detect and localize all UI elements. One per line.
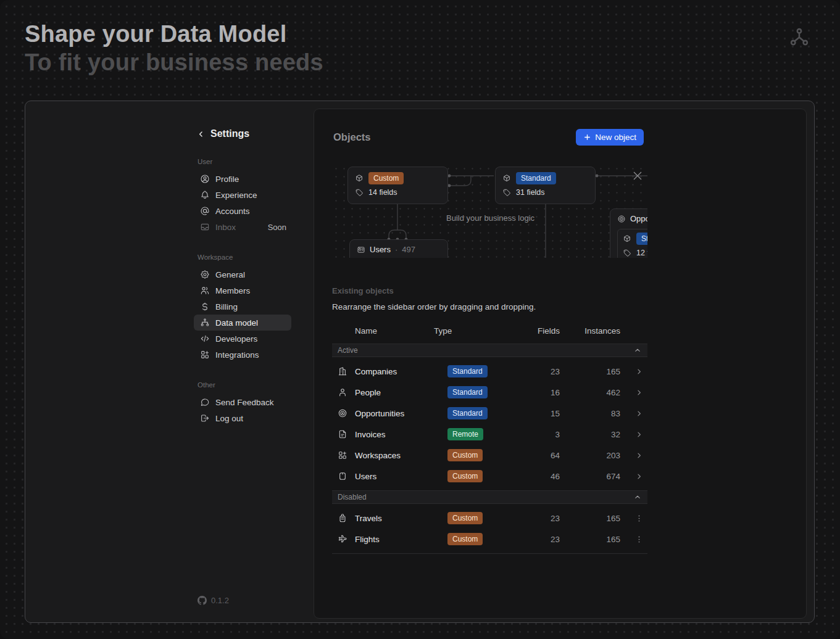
- chevron-right-icon[interactable]: [620, 451, 647, 460]
- table-row-travels[interactable]: Travels Custom 23 165: [332, 508, 647, 529]
- diagram-node-custom[interactable]: Custom 14 fields: [347, 167, 448, 204]
- instances-count: 32: [560, 430, 620, 439]
- sidebar-item-label: Integrations: [215, 350, 259, 360]
- page-subtitle: To fit your business needs: [25, 48, 323, 76]
- chevron-right-icon[interactable]: [620, 409, 647, 418]
- section-label: Other: [194, 381, 291, 389]
- target-icon: [617, 215, 626, 223]
- table-row-users[interactable]: Users Custom 46 674: [332, 466, 647, 487]
- object-name: Travels: [355, 514, 447, 523]
- sidebar-item-general[interactable]: General: [194, 266, 291, 282]
- sidebar-item-send-feedback[interactable]: Send Feedback: [194, 394, 291, 410]
- table-row-flights[interactable]: Flights Custom 23 165: [332, 529, 647, 550]
- diagram-node-opportunities[interactable]: Opportunities Standard 12 fields: [610, 208, 647, 258]
- sidebar-item-billing[interactable]: Billing: [194, 299, 291, 315]
- group-label: Disabled: [338, 493, 367, 501]
- luggage-icon: [338, 513, 355, 523]
- data-model-icon: [788, 26, 810, 48]
- object-name: Flights: [355, 535, 447, 544]
- fields-count: 3: [533, 430, 560, 439]
- diagram-caption: Build your business logic: [446, 213, 534, 223]
- page-title: Shape your Data Model: [25, 20, 323, 48]
- soon-badge: Soon: [268, 223, 286, 232]
- type-badge: Custom: [447, 449, 483, 461]
- column-fields: Fields: [526, 326, 560, 336]
- sidebar-item-developers[interactable]: Developers: [194, 331, 291, 347]
- objects-panel: Objects New object: [314, 109, 807, 619]
- logout-icon: [200, 413, 210, 423]
- tag-icon: [355, 188, 364, 197]
- sidebar-item-experience[interactable]: Experience: [194, 187, 291, 203]
- chevron-right-icon[interactable]: [620, 472, 647, 481]
- settings-sidebar: Settings User Profile Experience Account…: [194, 101, 291, 622]
- target-icon: [338, 408, 355, 418]
- sidebar-item-profile[interactable]: Profile: [194, 171, 291, 187]
- dots-vertical-icon[interactable]: [620, 535, 647, 544]
- table-row-invoices[interactable]: Invoices Remote 3 32: [332, 424, 647, 445]
- app-version[interactable]: 0.1.2: [198, 596, 229, 605]
- sidebar-item-accounts[interactable]: Accounts: [194, 203, 291, 219]
- fields-count: 16: [533, 388, 560, 397]
- table-row-companies[interactable]: Companies Standard 23 165: [332, 361, 647, 382]
- dollar-icon: [200, 302, 210, 311]
- type-badge: Custom: [447, 512, 483, 524]
- type-badge: Standard: [447, 386, 488, 398]
- chevron-left-icon: [196, 130, 206, 139]
- instances-count: 462: [560, 388, 620, 397]
- existing-objects-description: Rearrange the sidebar order by dragging …: [332, 302, 647, 311]
- sidebar-item-log-out[interactable]: Log out: [194, 410, 291, 426]
- sidebar-item-label: Developers: [215, 334, 257, 344]
- diagram-node-users[interactable]: Users · 497: [349, 239, 448, 258]
- bell-icon: [200, 190, 210, 200]
- column-type: Type: [434, 326, 526, 336]
- fields-count: 14 fields: [368, 188, 397, 197]
- sidebar-item-label: Send Feedback: [215, 398, 274, 407]
- object-name: People: [355, 388, 447, 397]
- group-header-disabled[interactable]: Disabled: [332, 490, 647, 504]
- node-name: Users: [370, 245, 391, 254]
- chevron-right-icon[interactable]: [620, 388, 647, 397]
- settings-back-button[interactable]: Settings: [194, 128, 291, 139]
- table-row-workspaces[interactable]: Workspaces Custom 64 203: [332, 445, 647, 466]
- type-badge: Custom: [447, 470, 483, 482]
- sidebar-item-label: Profile: [215, 175, 239, 184]
- diagram-node-standard[interactable]: Standard 31 fields: [495, 167, 596, 204]
- dots-vertical-icon[interactable]: [620, 514, 647, 523]
- data-model-diagram[interactable]: Custom 14 fields Standard: [332, 165, 647, 258]
- sidebar-section-user: User Profile Experience Accounts Inbox S…: [194, 158, 291, 235]
- type-badge: Standard: [447, 407, 488, 419]
- invoice-icon: [338, 429, 355, 439]
- objects-table: Name Type Fields Instances Active: [332, 323, 647, 554]
- sidebar-item-data-model[interactable]: Data model: [194, 315, 291, 331]
- object-name: Workspaces: [355, 451, 447, 460]
- github-icon: [198, 596, 207, 605]
- sidebar-item-label: Accounts: [215, 207, 250, 216]
- version-number: 0.1.2: [211, 596, 229, 605]
- instances-count: 165: [560, 367, 620, 376]
- plus-icon: [583, 133, 591, 141]
- fields-count: 31 fields: [516, 188, 545, 197]
- sidebar-item-inbox[interactable]: Inbox Soon: [194, 219, 291, 235]
- apps-icon: [338, 450, 355, 460]
- fields-count: 15: [533, 409, 560, 418]
- sidebar-item-integrations[interactable]: Integrations: [194, 347, 291, 363]
- cube-icon: [502, 174, 511, 183]
- section-label: User: [194, 158, 291, 165]
- chevron-right-icon[interactable]: [620, 367, 647, 376]
- group-label: Active: [338, 346, 358, 355]
- sidebar-item-members[interactable]: Members: [194, 282, 291, 299]
- group-header-active[interactable]: Active: [332, 344, 647, 357]
- separator-dot: ·: [395, 245, 397, 254]
- id-card-icon: [357, 245, 365, 254]
- id-badge-icon: [338, 471, 355, 481]
- object-name: Invoices: [355, 430, 447, 439]
- sidebar-item-label: Inbox: [215, 223, 236, 232]
- section-label: Workspace: [194, 254, 291, 261]
- new-object-label: New object: [595, 133, 636, 142]
- new-object-button[interactable]: New object: [576, 129, 644, 146]
- table-row-people[interactable]: People Standard 16 462: [332, 382, 647, 403]
- table-row-opportunities[interactable]: Opportunities Standard 15 83: [332, 403, 647, 424]
- node-name: Opportunities: [630, 214, 647, 223]
- column-instances: Instances: [560, 326, 620, 336]
- chevron-right-icon[interactable]: [620, 430, 647, 439]
